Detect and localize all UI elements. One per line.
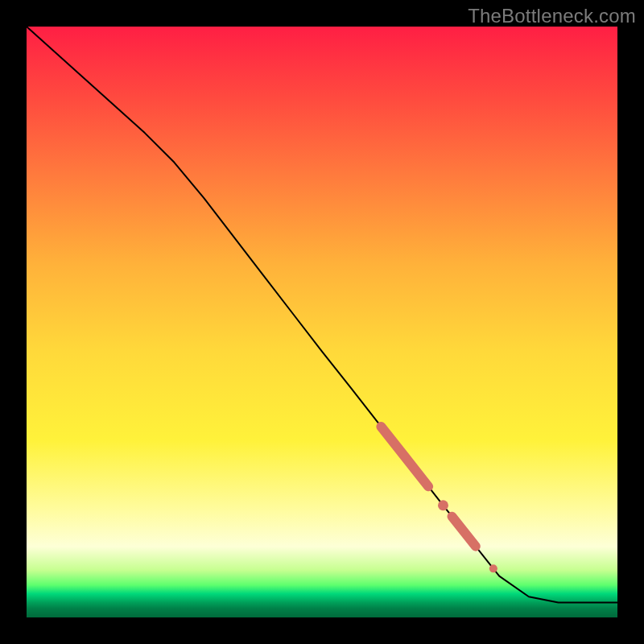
marker-dot [438,500,448,510]
marker-dot [489,564,497,572]
marker-segment [452,517,475,547]
data-curve [27,27,617,603]
watermark-text: TheBottleneck.com [468,5,636,27]
chart-overlay [27,27,617,617]
chart-stage: TheBottleneck.com [0,0,644,644]
marker-segment [381,427,428,486]
